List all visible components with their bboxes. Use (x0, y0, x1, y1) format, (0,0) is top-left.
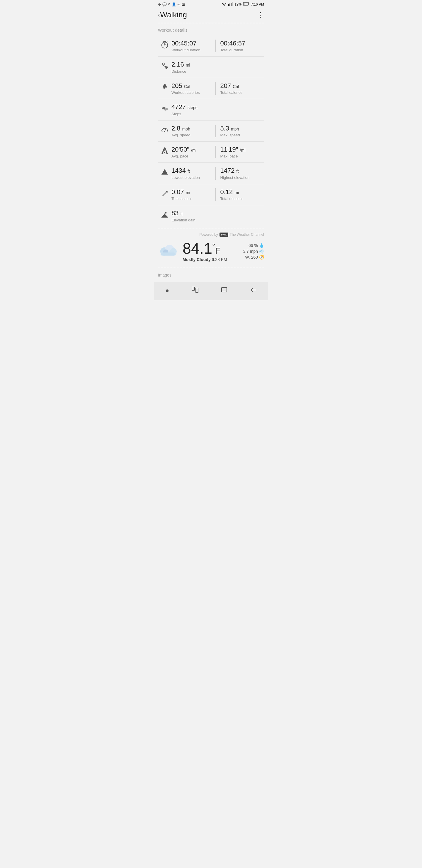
avg-pace-value: 20'50" /mi (171, 146, 216, 153)
total-descent-value: 0.12 mi (220, 188, 264, 196)
calories-items: 205 Cal Workout calories 207 Cal Total c… (171, 82, 264, 95)
humidity-icon: 💧 (259, 243, 264, 248)
pace-items: 20'50" /mi Avg. pace 11'19" /mi Max. pac… (171, 146, 264, 158)
total-duration-label: Total duration (220, 48, 264, 52)
direction-value: W. 260 (245, 255, 258, 259)
recents-button[interactable] (186, 286, 204, 296)
fahrenheit-unit: F (215, 246, 220, 255)
svg-marker-28 (161, 169, 168, 175)
svg-rect-41 (192, 287, 195, 290)
distance-row: 2.16 mi Distance (158, 57, 264, 78)
weather-condition: Mostly Cloudy (183, 257, 211, 262)
total-calories-value: 207 Cal (220, 82, 264, 90)
signal-icon (228, 2, 233, 7)
status-icon-1: ⊙ (158, 2, 161, 6)
total-ascent-label: Total ascent (171, 196, 216, 201)
max-pace-value: 11'19" /mi (220, 146, 264, 153)
speed-row: 2.8 mph Avg. speed 5.3 mph Max. speed (158, 121, 264, 142)
ascent-items: 0.07 mi Total ascent 0.12 mi Total desce… (171, 188, 264, 201)
images-section-title: Images (158, 273, 171, 277)
workout-calories-value: 205 Cal (171, 82, 216, 90)
workout-duration-item: 00:45:07 Workout duration (171, 39, 216, 52)
overview-button[interactable] (215, 286, 233, 296)
total-duration-item: 00:46:57 Total duration (216, 39, 264, 52)
avg-speed-label: Avg. speed (171, 133, 216, 137)
svg-rect-40 (161, 252, 175, 256)
svg-rect-27 (164, 152, 165, 153)
svg-rect-2 (231, 3, 231, 6)
ascent-row: 0.07 mi Total ascent 0.12 mi Total desce… (158, 184, 264, 205)
svg-point-14 (163, 64, 164, 64)
fire-icon (158, 82, 171, 92)
elevation-row: 1434 ft Lowest elevation 1472 ft Highest… (158, 163, 264, 184)
max-pace-item: 11'19" /mi Max. pace (216, 146, 264, 158)
workout-details-section-title: Workout details (154, 23, 268, 35)
duration-items: 00:45:07 Workout duration 00:46:57 Total… (171, 39, 264, 52)
svg-marker-31 (161, 214, 168, 217)
total-ascent-item: 0.07 mi Total ascent (171, 188, 216, 201)
speedometer-icon (158, 125, 171, 134)
max-speed-item: 5.3 mph Max. speed (216, 125, 264, 137)
svg-rect-43 (222, 287, 227, 292)
wifi-icon (222, 2, 227, 7)
highest-elevation-value: 1472 ft (220, 167, 264, 175)
svg-point-20 (164, 130, 165, 132)
battery-icon (243, 2, 249, 6)
status-left-icons: ⊙ 💬 ¢ 👤 ∞ 🖼 (158, 2, 185, 6)
total-calories-item: 207 Cal Total calories (216, 82, 264, 95)
max-speed-value: 5.3 mph (220, 125, 264, 132)
total-descent-label: Total descent (220, 196, 264, 201)
steps-item: 4727 steps Steps (171, 103, 264, 116)
weather-stats-block: 66 % 💧 3.7 mph 💨 W. 260 🧭 (243, 243, 264, 259)
svg-rect-3 (232, 2, 233, 6)
highest-elevation-item: 1472 ft Highest elevation (216, 167, 264, 180)
back-button[interactable]: ‹ (158, 11, 160, 19)
temperature-value: 84.1 (183, 240, 212, 257)
total-ascent-value: 0.07 mi (171, 188, 216, 196)
more-menu-button[interactable]: ⋮ (257, 11, 264, 19)
humidity-value: 66 % (249, 243, 258, 248)
max-speed-label: Max. speed (220, 133, 264, 137)
avg-pace-item: 20'50" /mi Avg. pace (171, 146, 216, 158)
page-title: Walking (160, 10, 187, 19)
home-button[interactable]: ● (159, 286, 175, 296)
status-icon-3: ¢ (168, 2, 170, 6)
highest-elevation-label: Highest elevation (220, 175, 264, 180)
lowest-elevation-label: Lowest elevation (171, 175, 216, 180)
total-calories-label: Total calories (220, 90, 264, 95)
weather-time: 6:28 PM (212, 257, 227, 262)
status-icon-4: 👤 (172, 2, 176, 6)
workout-duration-label: Workout duration (171, 48, 216, 52)
status-icon-6: 🖼 (182, 2, 185, 6)
svg-rect-5 (244, 3, 245, 5)
elevation-gain-value: 83 ft (171, 209, 264, 217)
elevation-gain-row: 83 ft Elevation gain (158, 205, 264, 226)
steps-row: 4727 steps Steps (158, 99, 264, 120)
svg-rect-0 (228, 4, 229, 6)
wind-value: 3.7 mph (243, 249, 258, 254)
lowest-elevation-value: 1434 ft (171, 167, 216, 175)
svg-rect-26 (164, 150, 165, 151)
back-button-nav[interactable] (245, 286, 263, 296)
steps-label: Steps (171, 112, 264, 116)
images-section: Images (154, 268, 268, 279)
elevation-gain-label: Elevation gain (171, 218, 264, 222)
svg-rect-1 (229, 3, 230, 6)
status-icon-2: 💬 (162, 2, 167, 6)
avg-pace-label: Avg. pace (171, 154, 216, 158)
workout-details-container: 00:45:07 Workout duration 00:46:57 Total… (154, 35, 268, 226)
svg-point-16 (166, 67, 167, 68)
speed-items: 2.8 mph Avg. speed 5.3 mph Max. speed (171, 125, 264, 137)
svg-line-12 (167, 42, 168, 42)
stopwatch-icon (158, 39, 171, 49)
total-duration-value: 00:46:57 (220, 39, 264, 47)
steps-items: 4727 steps Steps (171, 103, 264, 116)
degree-symbol: ° (212, 242, 215, 250)
compass-icon: 🧭 (259, 255, 264, 259)
lowest-elevation-item: 1434 ft Lowest elevation (171, 167, 216, 180)
wind-stat: 3.7 mph 💨 (243, 249, 264, 254)
temperature-display: 84.1°F (183, 241, 239, 256)
svg-rect-42 (196, 288, 198, 293)
humidity-stat: 66 % 💧 (249, 243, 264, 248)
powered-by-text: Powered by (199, 232, 218, 237)
